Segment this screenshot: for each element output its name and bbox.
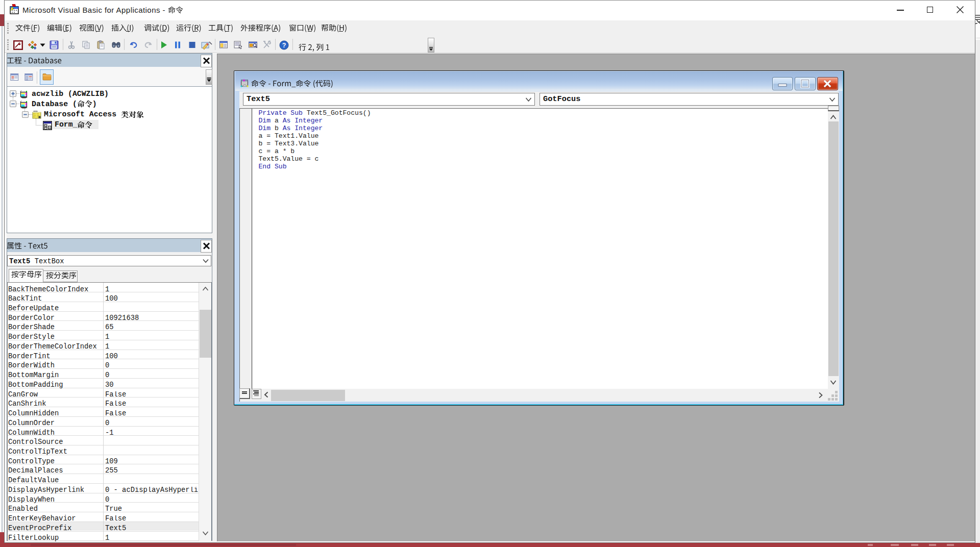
svg-text:?: ? bbox=[282, 42, 286, 49]
